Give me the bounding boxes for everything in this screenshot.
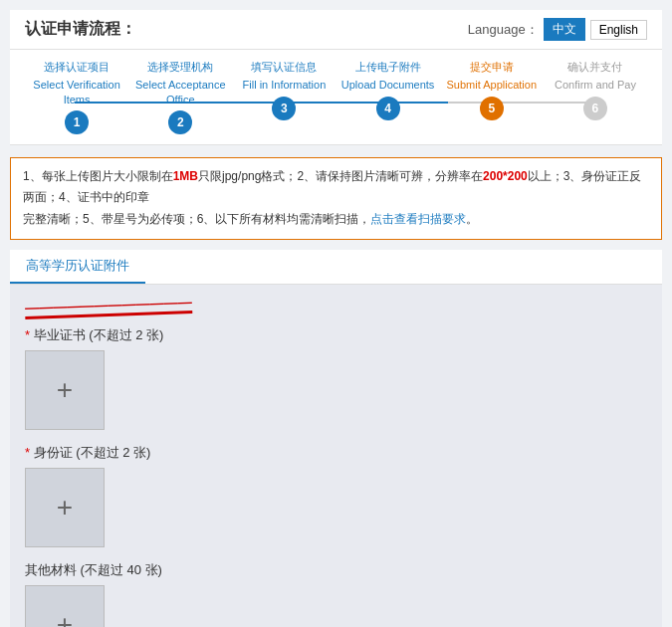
step-4-label-zh: 上传电子附件 [355,60,421,74]
step-2-label-zh: 选择受理机构 [147,60,213,74]
step-6: 确认并支付 Confirm and Pay 6 [544,60,647,120]
diploma-label-text: 毕业证书 (不超过 2 张) [34,327,164,342]
step-4: 上传电子附件 Upload Documents 4 [336,60,440,120]
upload-box-id[interactable]: + [25,468,105,547]
upload-section: ———————————— * 毕业证书 (不超过 2 张) + * 身份证 (不… [10,285,662,627]
id-label-text: 身份证 (不超过 2 张) [34,445,151,460]
applicant-label-container: ———————————— [25,297,647,316]
step-2-label-en: Select Acceptance Office [128,78,232,106]
page-title: 认证申请流程： [25,19,136,40]
step-4-circle[interactable]: 4 [376,97,400,120]
tab-bar: 高等学历认证附件 [10,250,662,285]
required-star-id: * [25,445,34,460]
lang-en-button[interactable]: English [590,20,647,40]
upload-label-id: * 身份证 (不超过 2 张) [25,444,647,462]
steps-row: 选择认证项目 Select Verification Items 1 选择受理机… [25,60,647,144]
step-5-label-en: Submit Application [447,78,538,92]
info-line-2: 完整清晰；5、带星号为必传项；6、以下所有材料均需清晰扫描，点击查看扫描要求。 [23,209,649,231]
info-line-1: 1、每张上传图片大小限制在1MB只限jpg/png格式；2、请保持图片清晰可辨，… [23,166,649,209]
header: 认证申请流程： Language： 中文 English [10,10,662,50]
step-3: 填写认证信息 Fill in Information 3 [232,60,336,120]
step-1-circle[interactable]: 1 [65,110,89,134]
language-bar: Language： 中文 English [468,18,647,41]
tab-higher-edu[interactable]: 高等学历认证附件 [10,250,145,284]
step-3-label-en: Fill in Information [243,78,327,92]
step-1-label-en: Select Verification Items [25,78,128,106]
info-red-2: 200*200 [483,169,528,183]
info-red-1: 1MB [173,169,198,183]
step-1: 选择认证项目 Select Verification Items 1 [25,60,128,134]
page-wrapper: 认证申请流程： Language： 中文 English 选择认证项目 Sele… [0,0,672,627]
upload-box-other[interactable]: + [25,585,105,627]
step-2-circle[interactable]: 2 [168,110,192,134]
lang-zh-button[interactable]: 中文 [544,18,585,41]
language-label: Language： [468,21,539,39]
other-label-text: 其他材料 (不超过 40 张) [25,562,162,577]
step-5-label-zh: 提交申请 [470,60,514,74]
step-3-label-zh: 填写认证信息 [251,60,317,74]
plus-icon-id: + [57,492,73,523]
required-star-diploma: * [25,327,34,342]
info-box: 1、每张上传图片大小限制在1MB只限jpg/png格式；2、请保持图片清晰可辨，… [10,157,662,240]
step-5: 提交申请 Submit Application 5 [440,60,544,120]
upload-box-diploma[interactable]: + [25,350,105,430]
steps-container: 选择认证项目 Select Verification Items 1 选择受理机… [10,50,662,145]
step-6-label-en: Confirm and Pay [555,78,636,92]
upload-field-id: * 身份证 (不超过 2 张) + [25,444,647,547]
step-4-label-en: Upload Documents [341,78,435,92]
plus-icon-other: + [57,609,73,627]
upload-label-diploma: * 毕业证书 (不超过 2 张) [25,326,647,344]
upload-field-diploma: * 毕业证书 (不超过 2 张) + [25,326,647,430]
step-6-circle[interactable]: 6 [583,97,607,120]
step-6-label-zh: 确认并支付 [567,60,622,74]
plus-icon-diploma: + [57,374,73,406]
step-5-circle[interactable]: 5 [480,97,504,120]
applicant-name-label: ———————————— [25,294,193,319]
step-1-label-zh: 选择认证项目 [44,60,110,74]
step-3-circle[interactable]: 3 [272,97,296,120]
upload-field-other: 其他材料 (不超过 40 张) + [25,561,647,627]
step-2: 选择受理机构 Select Acceptance Office 2 [128,60,232,134]
scan-req-link[interactable]: 点击查看扫描要求 [370,212,466,226]
content-area: 高等学历认证附件 ———————————— * 毕业证书 (不超过 2 张) + [10,250,662,627]
upload-label-other: 其他材料 (不超过 40 张) [25,561,647,579]
